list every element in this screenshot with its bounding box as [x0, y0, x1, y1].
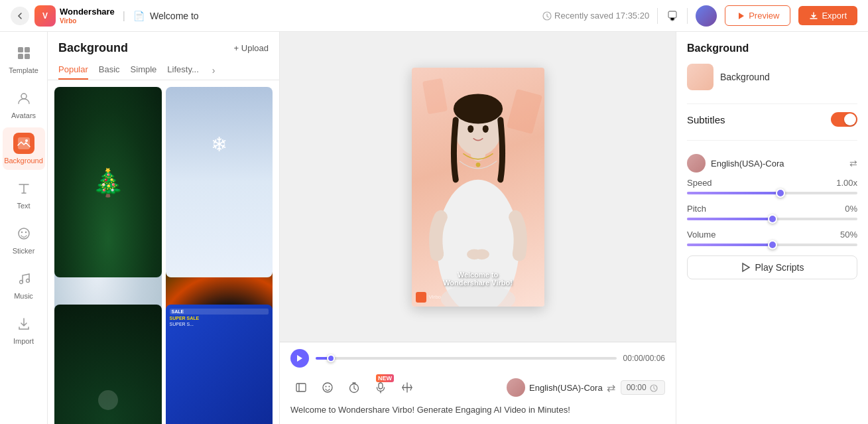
svg-marker-2 — [739, 13, 744, 19]
watermark: Virbo — [416, 292, 442, 303]
voice-swap-button[interactable]: ⇄ — [849, 158, 857, 169]
background-label: Background — [4, 157, 43, 165]
split-icon[interactable] — [397, 377, 418, 398]
tab-lifestyle[interactable]: Lifesty... — [167, 60, 198, 80]
speed-slider[interactable] — [687, 192, 857, 194]
volume-section: Volume 50% — [687, 230, 857, 246]
language-swap-icon[interactable]: ⇄ — [607, 382, 615, 394]
bg-preview-thumb[interactable] — [687, 64, 713, 90]
text-icon — [13, 178, 34, 199]
music-icon — [13, 268, 34, 289]
avatars-label: Avatars — [11, 111, 36, 119]
bg-thumb-christmas[interactable] — [54, 87, 162, 277]
volume-slider[interactable] — [687, 244, 857, 246]
sidebar: Template Avatars Background Text Sticker — [0, 32, 48, 424]
doc-icon: 📄 — [133, 11, 145, 21]
divider — [657, 8, 658, 24]
emoji-icon[interactable] — [317, 377, 338, 398]
template-icon — [13, 42, 34, 64]
script-text: Welcome to Wondershare Virbo! Generate E… — [290, 402, 665, 417]
svg-point-20 — [482, 125, 488, 132]
voice-row: English(USA)-Cora ⇄ — [687, 149, 857, 178]
svg-rect-3 — [18, 47, 23, 52]
time-display: 00:00/00:06 — [623, 354, 665, 363]
import-icon — [13, 313, 34, 334]
svg-rect-31 — [379, 383, 383, 389]
voice-avatar — [687, 154, 706, 173]
tab-basic[interactable]: Basic — [99, 60, 120, 80]
subtitles-toggle[interactable] — [831, 112, 857, 127]
play-scripts-button[interactable]: Play Scripts — [687, 255, 857, 279]
divider-2 — [687, 140, 857, 141]
controls-row: NEW English(USA)-Cora ⇄ 00:00 — [290, 373, 665, 402]
pitch-value: 0% — [845, 204, 857, 214]
volume-thumb[interactable] — [768, 240, 777, 249]
background-grid: SALE SUPER SALE SUPER S... — [48, 80, 279, 424]
user-avatar[interactable] — [696, 5, 717, 27]
logo-text: Wondershare Virbo — [60, 7, 115, 25]
template-label: Template — [9, 66, 38, 74]
background-panel: Background + Upload Popular Basic Simple… — [48, 32, 280, 424]
voice-name: English(USA)-Cora — [711, 159, 844, 169]
topbar: V Wondershare Virbo | 📄 Welcome to Recen… — [0, 0, 868, 32]
tab-simple[interactable]: Simple — [131, 60, 157, 80]
timeline-area: 00:00/00:06 NEW — [280, 342, 676, 424]
svg-rect-1 — [668, 11, 676, 18]
welcome-overlay: Welcome to Wondershare Virbo! — [443, 271, 513, 287]
svg-rect-5 — [18, 54, 23, 59]
duration-display: 00:00 — [621, 380, 665, 395]
main-layout: Template Avatars Background Text Sticker — [0, 32, 868, 424]
video-canvas[interactable]: Welcome to Wondershare Virbo! Virbo — [412, 68, 544, 307]
sidebar-item-background[interactable]: Background — [3, 127, 45, 170]
pitch-section: Pitch 0% — [687, 204, 857, 220]
bg-thumb-darkgreen[interactable] — [54, 305, 162, 424]
divider-1 — [687, 104, 857, 104]
speed-fill — [687, 192, 780, 194]
scene-icon[interactable] — [290, 377, 312, 398]
svg-point-9 — [25, 139, 28, 142]
bg-thumb-snow[interactable] — [166, 87, 273, 277]
sidebar-item-music[interactable]: Music — [3, 263, 45, 305]
play-button[interactable] — [290, 349, 309, 368]
svg-marker-33 — [743, 263, 749, 271]
pitch-slider[interactable] — [687, 218, 857, 220]
speed-value: 1.00x — [836, 178, 857, 188]
timeline-scrubber[interactable] — [327, 354, 335, 362]
export-button[interactable]: Export — [798, 6, 857, 25]
tabs-more-icon[interactable]: › — [212, 65, 216, 76]
svg-point-22 — [475, 162, 480, 167]
sidebar-item-template[interactable]: Template — [3, 37, 45, 80]
logo-icon: V — [34, 5, 56, 27]
timeline-bar: 00:00/00:06 — [290, 349, 665, 368]
upload-button[interactable]: + Upload — [234, 43, 269, 53]
subtitles-row: Subtitles — [687, 112, 857, 127]
sidebar-item-text[interactable]: Text — [3, 173, 45, 215]
speed-thumb[interactable] — [776, 188, 785, 198]
canvas-main: Welcome to Wondershare Virbo! Virbo — [280, 32, 676, 342]
timer-icon[interactable] — [343, 377, 365, 398]
voice-avatar-small — [507, 378, 525, 397]
tab-popular[interactable]: Popular — [58, 60, 88, 80]
svg-point-7 — [21, 94, 27, 99]
bg-preview-label: Background — [720, 72, 770, 82]
timeline-track[interactable] — [316, 357, 617, 360]
svg-marker-25 — [297, 355, 302, 362]
svg-rect-26 — [296, 384, 306, 391]
doc-title: Welcome to — [150, 11, 199, 21]
preview-button[interactable]: Preview — [725, 5, 790, 26]
pitch-thumb[interactable] — [768, 214, 777, 224]
bg-thumb-sale[interactable]: SALE SUPER SALE SUPER S... — [166, 305, 273, 424]
right-panel: Background Background Subtitles English(… — [676, 32, 868, 424]
language-name: English(USA)-Cora — [529, 383, 603, 393]
background-icon — [13, 133, 34, 154]
mic-icon[interactable]: NEW — [370, 377, 391, 398]
sidebar-item-sticker[interactable]: Sticker — [3, 218, 45, 260]
sidebar-item-import[interactable]: Import — [3, 308, 45, 350]
topbar-right: Recently saved 17:35:20 Preview Export — [542, 5, 857, 27]
svg-point-29 — [329, 386, 330, 388]
back-button[interactable] — [11, 7, 29, 25]
svg-point-11 — [21, 232, 22, 233]
sticker-icon — [13, 223, 34, 244]
language-selector[interactable]: English(USA)-Cora ⇄ — [507, 378, 615, 397]
sidebar-item-avatars[interactable]: Avatars — [3, 82, 45, 125]
